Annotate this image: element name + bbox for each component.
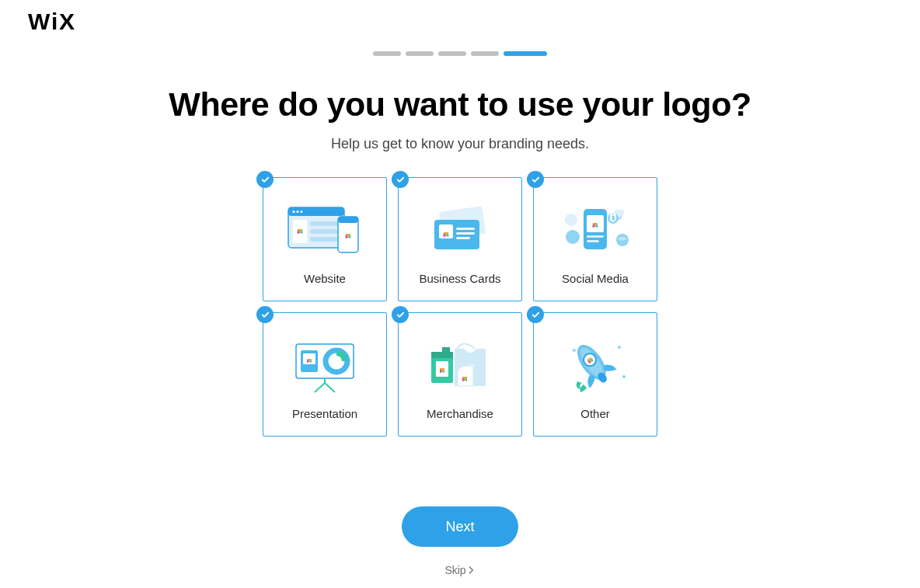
- svg-point-40: [573, 349, 576, 352]
- check-icon: [256, 171, 274, 188]
- merchandise-icon: [417, 336, 503, 395]
- svg-point-42: [622, 375, 626, 378]
- card-label: Website: [304, 272, 346, 285]
- progress-segment: [373, 51, 401, 56]
- card-other[interactable]: Other: [533, 312, 657, 437]
- svg-rect-18: [456, 232, 475, 235]
- rocket-icon: [552, 336, 638, 395]
- svg-point-7: [301, 210, 303, 213]
- progress-segment: [438, 51, 466, 56]
- svg-rect-17: [456, 228, 475, 230]
- social-media-icon: [552, 201, 638, 259]
- card-label: Merchandise: [427, 407, 493, 420]
- svg-line-35: [315, 383, 325, 392]
- progress-indicator: [373, 51, 547, 56]
- svg-point-6: [297, 210, 299, 213]
- website-icon: [282, 201, 368, 259]
- card-business-cards[interactable]: Business Cards: [398, 177, 522, 301]
- progress-segment-active: [504, 51, 547, 56]
- svg-point-41: [618, 346, 621, 349]
- svg-line-36: [325, 383, 335, 392]
- svg-text:W: W: [28, 11, 51, 34]
- svg-point-33: [331, 356, 342, 367]
- presentation-icon: [282, 336, 368, 395]
- svg-rect-10: [310, 229, 340, 234]
- progress-segment: [406, 51, 434, 56]
- business-card-icon: [417, 201, 503, 259]
- svg-point-5: [293, 210, 295, 213]
- card-label: Social Media: [562, 272, 629, 285]
- card-merchandise[interactable]: Merchandise: [398, 312, 522, 437]
- skip-label: Skip: [444, 564, 465, 576]
- svg-point-22: [566, 230, 580, 244]
- check-icon: [392, 171, 409, 188]
- svg-point-39: [469, 364, 475, 367]
- check-icon: [527, 306, 544, 323]
- page-title: Where do you want to use your logo?: [0, 85, 920, 124]
- svg-text:X: X: [59, 11, 75, 34]
- option-grid: Website Business Cards: [263, 177, 657, 437]
- card-presentation[interactable]: Presentation: [263, 312, 387, 437]
- page-subtitle: Help us get to know your branding needs.: [0, 136, 920, 152]
- brand-logo: W i X: [28, 11, 87, 40]
- card-website[interactable]: Website: [263, 177, 387, 301]
- check-icon: [392, 306, 409, 323]
- skip-link[interactable]: Skip: [444, 564, 475, 576]
- svg-point-20: [565, 214, 577, 226]
- svg-rect-27: [587, 240, 599, 242]
- svg-rect-13: [338, 217, 358, 223]
- svg-text:i: i: [51, 11, 57, 34]
- check-icon: [256, 306, 274, 323]
- svg-rect-16: [439, 224, 453, 238]
- card-social-media[interactable]: Social Media: [533, 177, 657, 301]
- check-icon: [527, 171, 544, 188]
- card-label: Presentation: [292, 407, 357, 420]
- card-label: Other: [580, 407, 610, 420]
- card-label: Business Cards: [419, 272, 500, 285]
- chevron-right-icon: [468, 566, 476, 574]
- svg-rect-11: [310, 237, 340, 242]
- svg-rect-26: [587, 235, 604, 238]
- next-button[interactable]: Next: [402, 506, 518, 547]
- svg-rect-19: [456, 237, 470, 239]
- svg-rect-9: [310, 221, 340, 226]
- progress-segment: [471, 51, 499, 56]
